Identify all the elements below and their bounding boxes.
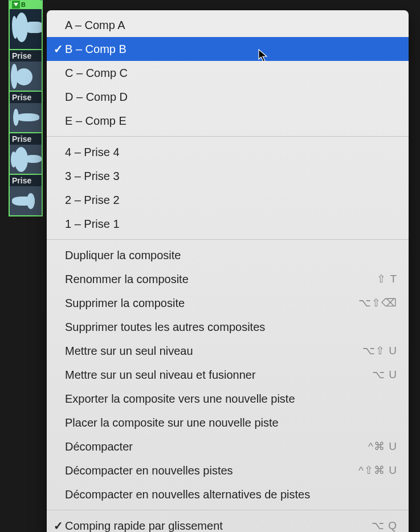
checkmark-icon: [51, 518, 65, 532]
menu-item-label: Placer la composite sur une nouvelle pis…: [65, 415, 397, 431]
take-row[interactable]: Prise: [9, 50, 43, 92]
menu-item-take-2[interactable]: 2 – Prise 2: [47, 188, 409, 212]
menu-item-label: Mettre sur un seul niveau et fusionner: [65, 367, 372, 383]
menu-item-label: Exporter la composite vers une nouvelle …: [65, 391, 397, 407]
menu-item-unpack[interactable]: Décompacter ^⌘ U: [47, 435, 409, 459]
take-label: Prise: [10, 133, 42, 145]
take-row[interactable]: Prise: [9, 133, 43, 175]
menu-item-delete-other-comps[interactable]: Supprimer toutes les autres composites: [47, 315, 409, 339]
comp-track[interactable]: B: [9, 0, 43, 50]
take-row[interactable]: Prise: [9, 175, 43, 216]
menu-item-take-4[interactable]: 4 – Prise 4: [47, 140, 409, 164]
menu-item-label: E – Comp E: [65, 113, 397, 129]
menu-shortcut: ⌥ Q: [372, 518, 397, 532]
waveform: [10, 145, 42, 174]
waveform: [10, 9, 42, 49]
comp-track-header[interactable]: B: [10, 0, 42, 9]
menu-item-unpack-alternatives[interactable]: Décompacter en nouvelles alternatives de…: [47, 482, 409, 506]
menu-shortcut: ⌥⇧⌫: [358, 296, 397, 311]
menu-item-comp-a[interactable]: A – Comp A: [47, 13, 409, 37]
take-label: Prise: [10, 175, 42, 186]
waveform: [10, 186, 42, 215]
menu-separator: [47, 510, 409, 510]
menu-item-flatten-merge[interactable]: Mettre sur un seul niveau et fusionner ⌥…: [47, 363, 409, 387]
menu-item-comp-b[interactable]: B – Comp B: [47, 37, 409, 61]
menu-item-quick-swipe-comping[interactable]: Comping rapide par glissement ⌥ Q: [47, 514, 409, 532]
menu-item-label: 4 – Prise 4: [65, 144, 397, 160]
comp-track-label: B: [21, 1, 26, 8]
menu-item-delete-comp[interactable]: Supprimer la composite ⌥⇧⌫: [47, 291, 409, 315]
menu-item-label: 3 – Prise 3: [65, 168, 397, 184]
take-row[interactable]: Prise: [9, 92, 43, 133]
menu-item-label: D – Comp D: [65, 89, 397, 105]
menu-item-label: B – Comp B: [65, 41, 397, 57]
menu-item-duplicate-comp[interactable]: Dupliquer la composite: [47, 243, 409, 267]
take-folder-menu[interactable]: A – Comp A B – Comp B C – Comp C D – Com…: [47, 10, 409, 532]
menu-item-label: Comping rapide par glissement: [65, 518, 372, 532]
menu-separator: [47, 136, 409, 137]
checkmark-icon: [51, 41, 65, 57]
menu-item-take-3[interactable]: 3 – Prise 3: [47, 164, 409, 188]
menu-shortcut: ^⇧⌘ U: [358, 463, 397, 478]
menu-item-move-comp[interactable]: Placer la composite sur une nouvelle pis…: [47, 411, 409, 435]
menu-item-flatten[interactable]: Mettre sur un seul niveau ⌥⇧ U: [47, 339, 409, 363]
menu-item-label: Décompacter: [65, 439, 368, 455]
menu-shortcut: ^⌘ U: [368, 439, 397, 455]
menu-item-comp-e[interactable]: E – Comp E: [47, 109, 409, 133]
disclosure-triangle[interactable]: [12, 1, 20, 9]
menu-item-label: Renommer la composite: [65, 271, 377, 287]
menu-item-label: 2 – Prise 2: [65, 192, 397, 208]
menu-item-export-comp[interactable]: Exporter la composite vers une nouvelle …: [47, 387, 409, 411]
take-label: Prise: [10, 92, 42, 103]
take-folder-tracks: B Prise Prise Prise Prise: [9, 0, 43, 216]
waveform: [10, 62, 42, 91]
menu-item-comp-c[interactable]: C – Comp C: [47, 61, 409, 85]
menu-item-label: Supprimer la composite: [65, 295, 358, 311]
waveform: [10, 103, 42, 132]
menu-item-label: Décompacter en nouvelles alternatives de…: [65, 486, 397, 502]
menu-item-label: C – Comp C: [65, 65, 397, 81]
menu-item-unpack-new-tracks[interactable]: Décompacter en nouvelles pistes ^⇧⌘ U: [47, 459, 409, 482]
menu-separator: [47, 239, 409, 240]
menu-item-rename-comp[interactable]: Renommer la composite ⇧ T: [47, 267, 409, 291]
menu-item-take-1[interactable]: 1 – Prise 1: [47, 212, 409, 236]
menu-shortcut: ⇧ T: [377, 272, 397, 287]
menu-item-comp-d[interactable]: D – Comp D: [47, 85, 409, 109]
take-label: Prise: [10, 50, 42, 62]
menu-item-label: 1 – Prise 1: [65, 216, 397, 232]
menu-shortcut: ⌥⇧ U: [362, 343, 397, 359]
menu-item-label: Dupliquer la composite: [65, 247, 397, 263]
menu-item-label: Mettre sur un seul niveau: [65, 343, 362, 359]
menu-item-label: Décompacter en nouvelles pistes: [65, 463, 358, 478]
menu-item-label: Supprimer toutes les autres composites: [65, 319, 397, 335]
menu-shortcut: ⌥ U: [372, 367, 397, 383]
menu-item-label: A – Comp A: [65, 17, 397, 33]
